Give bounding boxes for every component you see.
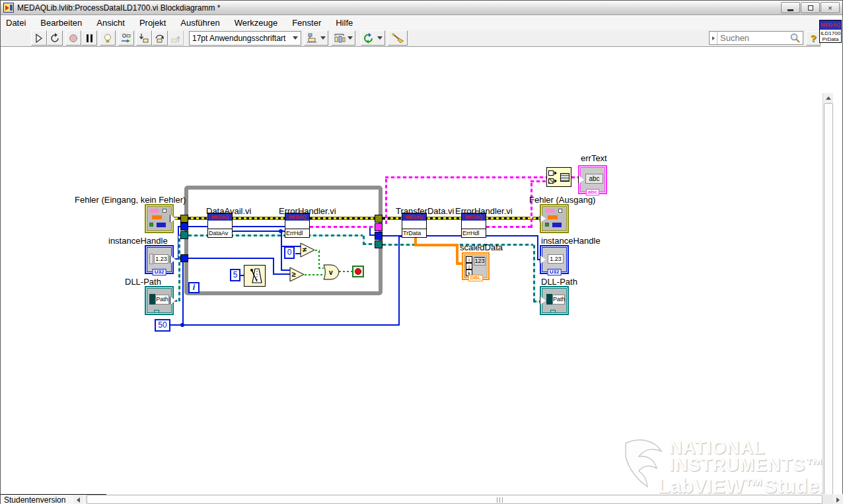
string-wire[interactable]: [310, 226, 376, 228]
step-over-button[interactable]: [152, 30, 168, 46]
resize-objects-icon: [363, 33, 375, 44]
string-wire[interactable]: [531, 180, 548, 182]
scroll-up-button[interactable]: [823, 93, 833, 103]
i32-wire[interactable]: [188, 258, 274, 259]
string-wire[interactable]: [385, 176, 387, 224]
greater-equal-node[interactable]: ≥: [289, 267, 305, 285]
concatenate-strings-node[interactable]: [546, 167, 571, 187]
vertical-scrollbar[interactable]: [823, 93, 833, 494]
tunnel-path[interactable]: [375, 240, 383, 248]
stop-button-terminal[interactable]: [352, 266, 364, 277]
vi-icon-pane[interactable]: MEDAQ ILD1700 PrData: [819, 20, 842, 43]
subvi-transferdata[interactable]: MEDAQ TrData: [402, 213, 427, 238]
loop-iteration-terminal[interactable]: i: [188, 282, 200, 293]
string-wire[interactable]: [385, 176, 548, 178]
step-out-button[interactable]: [168, 30, 184, 46]
i32-wire[interactable]: [182, 262, 184, 325]
path-wire[interactable]: [383, 244, 535, 246]
block-diagram[interactable]: MEDAQ DataAv MEDAQ ErrHdl MEDAQ TrData M…: [1, 47, 833, 494]
align-objects-button[interactable]: [304, 30, 328, 46]
u32-wire[interactable]: [537, 235, 538, 260]
wait-ms-multiple-node[interactable]: [244, 265, 266, 289]
scroll-left-button[interactable]: [73, 495, 83, 504]
or-node[interactable]: v: [323, 264, 340, 283]
tunnel-i32[interactable]: [180, 254, 188, 262]
title-bar[interactable]: MEDAQLib.lvlib:ProcessDataILD1700.vi Blo…: [1, 1, 842, 15]
tunnel-path[interactable]: [180, 231, 188, 239]
menu-hilfe[interactable]: Hilfe: [328, 17, 360, 29]
path-wire[interactable]: [363, 243, 376, 245]
scaleddata-indicator[interactable]: i j k 123 DBL: [462, 252, 490, 280]
dll-path-out-indicator[interactable]: Path: [540, 286, 569, 315]
distribute-objects-button[interactable]: [331, 30, 355, 46]
search-scope-icon[interactable]: [710, 32, 717, 44]
wire-junction[interactable]: [279, 229, 283, 233]
error-in-control[interactable]: [145, 204, 174, 233]
i32-wire[interactable]: [170, 324, 400, 326]
tunnel-u32[interactable]: [375, 232, 383, 240]
dbl-array-wire[interactable]: [414, 244, 458, 246]
cleanup-diagram-button[interactable]: [388, 30, 408, 46]
subvi-label: DataAvail.vi: [206, 206, 251, 216]
font-selector[interactable]: 17pt Anwendungsschriftart: [189, 31, 301, 46]
retain-wire-values-button[interactable]: [118, 30, 134, 46]
i32-wire[interactable]: [233, 231, 285, 232]
run-button[interactable]: [31, 30, 47, 46]
pause-button[interactable]: [81, 30, 97, 46]
subvi-dataavail[interactable]: MEDAQ DataAv: [207, 213, 233, 238]
dll-path-in-control[interactable]: Path: [145, 286, 174, 315]
resize-objects-button[interactable]: [361, 30, 385, 46]
i32-wire[interactable]: [281, 231, 282, 271]
vertical-scroll-thumb[interactable]: [824, 103, 833, 494]
menu-projekt[interactable]: Projekt: [132, 17, 173, 29]
search-input[interactable]: [717, 33, 789, 43]
context-help-button[interactable]: ?: [806, 31, 821, 46]
tunnel-error[interactable]: [375, 215, 383, 223]
boolean-wire[interactable]: [305, 274, 324, 275]
step-into-button[interactable]: [136, 30, 152, 46]
error-out-indicator[interactable]: [540, 204, 569, 233]
run-continuous-button[interactable]: [47, 30, 63, 46]
close-button[interactable]: ×: [821, 2, 840, 13]
i32-wire[interactable]: [273, 258, 274, 275]
i32-wire[interactable]: [281, 270, 290, 271]
string-wire[interactable]: [486, 226, 532, 228]
tunnel-u32[interactable]: [180, 223, 188, 231]
errtext-indicator[interactable]: abc abc: [578, 165, 607, 194]
control-label: instanceHandle: [108, 236, 168, 246]
subvi-errorhandler-2[interactable]: MEDAQ ErrHdl: [461, 213, 486, 238]
numeric-constant-50[interactable]: 50: [155, 319, 170, 332]
wire-junction[interactable]: [180, 323, 184, 327]
tunnel-string[interactable]: [375, 223, 383, 231]
while-loop[interactable]: [184, 186, 383, 295]
search-box[interactable]: [709, 31, 803, 45]
menu-datei[interactable]: Datei: [1, 17, 33, 29]
arrow-up-icon: [826, 96, 831, 100]
numeric-constant-0[interactable]: 0: [284, 246, 295, 259]
path-wire[interactable]: [533, 244, 535, 302]
menu-ansicht[interactable]: Ansicht: [89, 17, 132, 29]
highlight-execution-button[interactable]: [100, 30, 116, 46]
subvi-errorhandler-1[interactable]: MEDAQ ErrHdl: [285, 213, 310, 238]
abort-button[interactable]: [65, 30, 81, 46]
i32-wire[interactable]: [273, 273, 290, 275]
instance-handle-out-indicator[interactable]: 1.23 U32: [540, 245, 569, 274]
restore-button[interactable]: [801, 2, 820, 13]
menu-fenster[interactable]: Fenster: [285, 17, 328, 29]
i32-wire[interactable]: [398, 236, 400, 325]
boolean-wire[interactable]: [339, 271, 353, 272]
numeric-constant-5[interactable]: 5: [230, 269, 240, 281]
tunnel-error[interactable]: [180, 215, 188, 223]
menu-bearbeiten[interactable]: Bearbeiten: [33, 17, 89, 29]
terminal-output-arrow: [170, 297, 176, 305]
not-equal-node[interactable]: ≠: [300, 242, 316, 260]
instance-handle-in-control[interactable]: 1.23 U32: [145, 245, 174, 274]
horizontal-scrollbar[interactable]: [85, 495, 833, 504]
path-wire[interactable]: [178, 234, 180, 301]
boolean-wire[interactable]: [318, 250, 320, 269]
menu-werkzeuge[interactable]: Werkzeuge: [227, 17, 285, 29]
minimize-button[interactable]: [781, 2, 800, 13]
horizontal-scroll-thumb[interactable]: [87, 495, 823, 504]
scroll-right-button[interactable]: [833, 495, 843, 504]
menu-ausfuehren[interactable]: Ausführen: [173, 17, 227, 29]
